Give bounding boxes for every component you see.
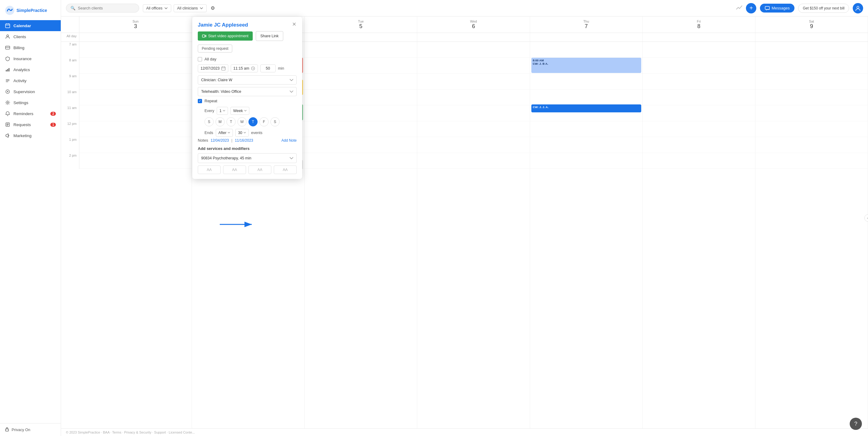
requests-icon (5, 122, 10, 127)
all-day-cell-tue (305, 33, 417, 41)
modifier-1[interactable]: AA (198, 166, 221, 174)
ends-num-select[interactable]: 30 (235, 129, 249, 137)
sidebar-item-label: Settings (13, 100, 28, 105)
day-col-sat[interactable] (755, 42, 868, 428)
messages-button[interactable]: Messages (760, 4, 795, 12)
all-day-cell-sat (755, 33, 868, 41)
time-input[interactable]: 11:15 am (231, 64, 258, 72)
modifier-2[interactable]: AA (223, 166, 246, 174)
day-btn-sun[interactable]: S (205, 117, 214, 126)
add-note-button[interactable]: Add Note (281, 138, 297, 143)
modifier-3[interactable]: AA (248, 166, 271, 174)
day-btn-sat[interactable]: S (271, 117, 280, 126)
search-box[interactable]: 🔍 (66, 4, 139, 12)
sidebar-item-billing[interactable]: Billing (0, 42, 61, 53)
ends-label: Ends (205, 131, 213, 135)
repeat-options: Every 1 Week S (198, 107, 297, 137)
billing-icon (5, 45, 10, 50)
time-slot-1pm: 1 pm (61, 137, 79, 153)
chevron-down-icon (228, 132, 230, 134)
day-col-sun[interactable] (79, 42, 192, 428)
video-icon (202, 34, 206, 37)
day-col-fri[interactable] (643, 42, 755, 428)
service-select[interactable]: 90834 Psychotherapy, 45 min (198, 153, 297, 163)
sidebar-item-analytics[interactable]: Analytics (0, 64, 61, 75)
sidebar-item-settings[interactable]: Settings (0, 97, 61, 108)
clinician-select[interactable]: Clinician: Claire W (198, 76, 297, 85)
view-options-button[interactable]: ⚙ (209, 4, 216, 12)
sidebar-item-marketing[interactable]: Marketing (0, 130, 61, 141)
day-col-tue[interactable] (305, 42, 417, 428)
sidebar-item-reminders[interactable]: Reminders 2 (0, 108, 61, 119)
svg-rect-15 (765, 6, 769, 9)
svg-rect-19 (203, 35, 205, 37)
analytics-icon (5, 67, 10, 72)
note-date1-link[interactable]: 12/04/2023 (211, 138, 229, 143)
services-label: Add services and modifiers (198, 146, 297, 151)
date-input[interactable]: 12/07/2023 (198, 64, 228, 72)
svg-rect-7 (6, 79, 9, 80)
notes-label: Notes (198, 138, 208, 143)
sidebar-item-label: Activity (13, 79, 27, 83)
day-col-thu[interactable]: 8:00 AM CW: J. B A. CW: J. J. A. (530, 42, 643, 428)
share-link-button[interactable]: Share Link (256, 31, 283, 41)
clinician-value: Clinician: Claire W (201, 78, 232, 82)
frequency-select[interactable]: Week (230, 107, 249, 115)
event-8am-thu[interactable]: 8:00 AM CW: J. B A. (531, 58, 641, 73)
modifier-4[interactable]: AA (274, 166, 297, 174)
every-num-select[interactable]: 1 (217, 107, 228, 115)
day-btn-mon[interactable]: M (215, 117, 225, 126)
user-avatar[interactable] (853, 3, 863, 13)
sidebar-item-requests[interactable]: Requests 1 (0, 119, 61, 130)
svg-point-12 (7, 102, 8, 104)
offices-filter[interactable]: All offices (143, 4, 171, 12)
all-day-row: All day (198, 57, 297, 61)
search-input[interactable] (78, 6, 134, 10)
svg-rect-4 (6, 70, 7, 71)
trend-icon[interactable] (736, 5, 742, 11)
ends-after-select[interactable]: After (216, 129, 233, 137)
duration-value: 50 (266, 66, 270, 70)
every-label: Every (205, 109, 214, 113)
sidebar-bottom[interactable]: Privacy On (0, 423, 61, 436)
ends-num-value: 30 (238, 131, 242, 135)
svg-rect-20 (222, 67, 225, 70)
note-date2-link[interactable]: 11/16/2023 (235, 138, 253, 143)
help-button[interactable]: ? (850, 418, 862, 430)
day-col-wed[interactable] (417, 42, 530, 428)
day-btn-thu[interactable]: T (248, 117, 257, 126)
time-slot-7am: 7 am (61, 42, 79, 58)
sidebar-item-supervision[interactable]: Supervision (0, 86, 61, 97)
sidebar-item-insurance[interactable]: Insurance (0, 53, 61, 64)
day-header-thu: Thu 7 (530, 17, 643, 33)
day-btn-tue[interactable]: T (226, 117, 236, 126)
sidebar-item-calendar[interactable]: Calendar (0, 20, 61, 31)
clinicians-filter[interactable]: All clinicians (174, 4, 207, 12)
duration-input[interactable]: 50 (260, 64, 276, 72)
service-value: 90834 Psychotherapy, 45 min (201, 156, 251, 160)
location-select[interactable]: Telehealth: Video Office (198, 87, 297, 96)
all-day-checkbox[interactable] (198, 57, 202, 61)
chevron-down-icon (244, 110, 247, 112)
sidebar-item-label: Billing (13, 46, 24, 50)
start-video-button[interactable]: Start video appointment (198, 31, 253, 40)
day-btn-fri[interactable]: F (259, 117, 269, 126)
day-header-sun: Sun 3 (79, 17, 192, 33)
add-button[interactable]: + (746, 3, 756, 13)
time-column: 7 am 8 am 9 am 10 am 11 am 12 pm 1 pm 2 … (61, 42, 79, 428)
event-11am-thu[interactable]: CW: J. J. A. (531, 105, 641, 112)
promo-button[interactable]: Get $150 off your next bill (798, 4, 849, 13)
all-day-cell-fri (643, 33, 755, 41)
all-day-cell-wed (417, 33, 530, 41)
popup-close-button[interactable] (292, 22, 297, 28)
all-day-cell-sun (79, 33, 192, 41)
logo[interactable]: SimplePractice (0, 2, 61, 20)
repeat-checkbox[interactable]: ✓ (198, 99, 202, 103)
sidebar-item-activity[interactable]: Activity (0, 75, 61, 86)
day-header-fri: Fri 8 (643, 17, 755, 33)
messages-label: Messages (772, 6, 789, 10)
footer-bar: © 2023 SimplePractice · BAA · Terms · Pr… (61, 428, 868, 436)
every-num-value: 1 (219, 109, 222, 113)
sidebar-item-clients[interactable]: Clients (0, 31, 61, 42)
day-btn-wed[interactable]: W (238, 117, 247, 126)
